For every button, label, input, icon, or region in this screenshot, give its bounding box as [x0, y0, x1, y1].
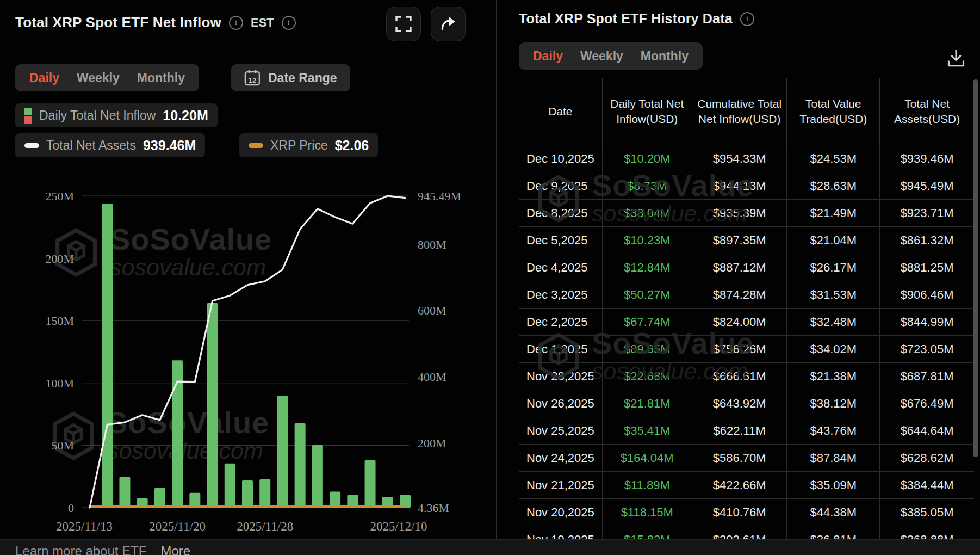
- tab-monthly[interactable]: Monthly: [137, 71, 185, 85]
- cell-value: $935.39M: [692, 200, 787, 227]
- cell-value: $10.23M: [602, 227, 692, 254]
- table-row: Dec 5,2025$10.23M$897.35M$21.04M$861.32M: [519, 227, 974, 254]
- net-inflow-panel: Total XRP Spot ETF Net Inflow i EST i Da…: [0, 0, 496, 540]
- table-row: Dec 2,2025$67.74M$824.00M$32.48M$844.99M: [519, 309, 974, 336]
- table-row: Dec 3,2025$50.27M$874.28M$31.53M$906.46M: [519, 281, 974, 309]
- info-icon[interactable]: i: [282, 16, 296, 30]
- table-row: Nov 28,2025$22.68M$666.61M$21.38M$687.81…: [519, 363, 974, 390]
- date-range-button[interactable]: 12 Date Range: [231, 64, 350, 91]
- svg-text:50M: 50M: [51, 439, 74, 452]
- svg-text:100M: 100M: [45, 377, 74, 390]
- cell-value: $756.26M: [692, 336, 787, 363]
- table-row: Nov 20,2025$118.15M$410.76M$44.38M$385.0…: [519, 499, 974, 526]
- cell-value: $944.13M: [692, 172, 787, 200]
- legend-total-net-assets[interactable]: Total Net Assets 939.46M: [15, 133, 205, 157]
- download-icon: [946, 48, 966, 67]
- cell-value: $11.89M: [602, 472, 692, 499]
- cell-value: $676.49M: [880, 390, 974, 417]
- svg-text:250M: 250M: [45, 189, 74, 203]
- cell-value: $945.49M: [880, 172, 974, 200]
- cell-value: $824.00M: [692, 309, 787, 336]
- legend-label: Total Net Assets: [46, 138, 136, 153]
- cell-value: $887.12M: [692, 254, 787, 281]
- cell-value: $385.05M: [880, 499, 974, 526]
- cell-value: $35.09M: [787, 472, 880, 499]
- cell-value: $21.49M: [787, 200, 880, 227]
- legend-value: 10.20M: [163, 108, 208, 124]
- cell-value: $43.76M: [787, 417, 880, 445]
- chart-canvas[interactable]: 050M100M150M200M250M945.49M800M600M400M2…: [0, 174, 496, 540]
- cell-value: $881.25M: [880, 254, 974, 281]
- svg-text:945.49M: 945.49M: [418, 189, 461, 203]
- legend-value: 939.46M: [143, 138, 196, 153]
- cell-value: $34.02M: [787, 336, 880, 363]
- info-icon[interactable]: i: [229, 16, 243, 30]
- tab-weekly[interactable]: Weekly: [580, 49, 623, 64]
- assets-legend-icon: [24, 143, 39, 148]
- download-button[interactable]: [946, 48, 966, 70]
- column-header: Daily Total Net Inflow(USD): [602, 78, 692, 145]
- cell-value: $643.92M: [692, 390, 787, 417]
- svg-text:2025/11/28: 2025/11/28: [237, 520, 293, 533]
- timezone-label: EST: [251, 16, 274, 30]
- column-header: Cumulative Total Net Inflow(USD): [692, 78, 787, 145]
- column-header: Total Value Traded(USD): [787, 78, 880, 145]
- cell-value: $24.53M: [787, 145, 880, 172]
- info-icon[interactable]: i: [740, 12, 754, 26]
- column-header: Total Net Assets(USD): [880, 78, 974, 145]
- cell-value: $35.41M: [602, 417, 692, 445]
- legend-daily-net-inflow[interactable]: Daily Total Net Inflow 10.20M: [15, 103, 218, 127]
- cell-date: Dec 2,2025: [519, 309, 602, 336]
- table-row: Dec 4,2025$12.84M$887.12M$26.17M$881.25M: [519, 254, 974, 281]
- cell-value: $939.46M: [880, 145, 974, 172]
- cell-value: $666.61M: [692, 363, 787, 390]
- cell-value: $12.84M: [602, 254, 692, 281]
- cell-value: $38.12M: [787, 390, 880, 417]
- cell-value: $923.71M: [880, 200, 974, 227]
- fullscreen-icon: [395, 16, 412, 32]
- more-link[interactable]: More: [160, 544, 190, 555]
- legend-label: XRP Price: [270, 138, 328, 153]
- etf-flow-chart: SoSoValue sosovalue.com SoSoValue sosova…: [0, 174, 496, 540]
- table-row: Dec 10,2025$10.20M$954.33M$24.53M$939.46…: [519, 145, 974, 172]
- cell-date: Dec 9,2025: [519, 172, 602, 200]
- cell-value: $622.11M: [692, 417, 787, 445]
- cell-value: $22.68M: [602, 363, 692, 390]
- cell-date: Dec 10,2025: [519, 145, 602, 172]
- tab-weekly[interactable]: Weekly: [77, 71, 120, 85]
- svg-text:600M: 600M: [418, 304, 446, 317]
- cell-value: $28.63M: [787, 172, 880, 200]
- svg-text:12: 12: [249, 76, 256, 84]
- svg-text:2025/11/13: 2025/11/13: [56, 520, 113, 533]
- table-row: Nov 24,2025$164.04M$586.70M$87.84M$628.6…: [519, 445, 974, 472]
- table-scrollbar[interactable]: [973, 79, 978, 457]
- table-row: Nov 21,2025$11.89M$422.66M$35.09M$384.44…: [519, 472, 974, 499]
- cell-date: Nov 20,2025: [519, 499, 602, 526]
- history-table-container: DateDaily Total Net Inflow(USD)Cumulativ…: [519, 78, 974, 555]
- cell-date: Dec 1,2025: [519, 336, 602, 363]
- legend-label: Daily Total Net Inflow: [39, 108, 156, 123]
- cell-value: $906.46M: [880, 281, 974, 309]
- tab-monthly[interactable]: Monthly: [641, 49, 689, 64]
- cell-value: $861.32M: [880, 227, 974, 254]
- share-icon: [439, 15, 457, 33]
- tab-daily[interactable]: Daily: [533, 49, 563, 64]
- cell-value: $87.84M: [787, 445, 880, 472]
- cell-value: $21.81M: [602, 390, 692, 417]
- svg-text:200M: 200M: [45, 252, 74, 266]
- cell-value: $67.74M: [602, 309, 692, 336]
- history-title: Total XRP Spot ETF History Data: [519, 11, 733, 27]
- svg-text:200M: 200M: [418, 436, 446, 450]
- history-interval-tabs: Daily Weekly Monthly: [519, 42, 703, 70]
- cell-value: $118.15M: [602, 499, 692, 526]
- learn-more-link[interactable]: Learn more about ETF: [15, 544, 146, 555]
- cell-value: $44.38M: [787, 499, 880, 526]
- inflow-legend-icon: [24, 108, 32, 124]
- tab-daily[interactable]: Daily: [29, 71, 59, 85]
- sosovalue-dashboard: Total XRP Spot ETF Net Inflow i EST i Da…: [0, 0, 980, 555]
- svg-text:2025/11/20: 2025/11/20: [149, 520, 206, 533]
- fullscreen-button[interactable]: [386, 7, 421, 41]
- cell-date: Nov 26,2025: [519, 390, 602, 417]
- legend-xrp-price[interactable]: XRP Price $2.06: [239, 133, 378, 157]
- share-button[interactable]: [431, 7, 466, 41]
